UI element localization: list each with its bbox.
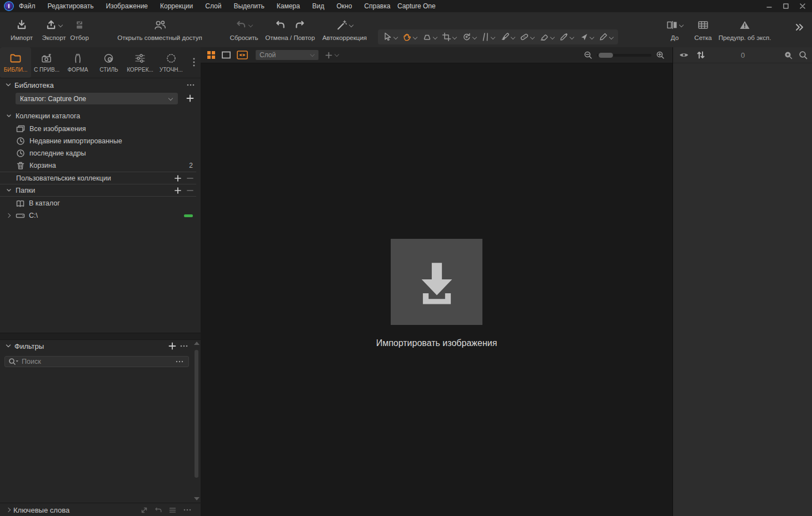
panel-resize-divider[interactable] [0,333,201,340]
menu-edit[interactable]: Редактировать [42,0,100,12]
plus-icon[interactable] [168,342,176,350]
reset-button[interactable]: Сбросить [227,17,261,41]
minimize-button[interactable] [761,0,778,12]
keywords-bar[interactable]: Ключевые слова [0,503,201,516]
plus-icon[interactable] [174,174,182,182]
tabs-overflow-kebab[interactable] [187,47,201,78]
filters-section-header[interactable]: Фильтры [0,340,201,352]
chevron-right-icon[interactable] [6,508,11,512]
straighten-tool[interactable] [481,31,495,43]
tab-style[interactable]: СТИЛЬ [93,47,124,78]
maximize-button[interactable] [778,0,794,12]
chevron-down-icon[interactable] [511,34,515,39]
chevron-down-icon[interactable] [590,34,594,39]
zoom-in-icon[interactable] [656,51,665,59]
expand-panel-icon[interactable] [141,507,148,514]
loupe-zoom-icon[interactable] [784,51,793,60]
erase-tool[interactable] [539,31,555,43]
export-button[interactable]: Экспорт [37,17,71,41]
scroll-up-arrow[interactable] [194,342,200,345]
menu-window[interactable]: Окно [330,0,358,12]
chevron-down-icon[interactable] [433,34,437,39]
scroll-down-arrow[interactable] [194,497,200,500]
tab-library[interactable]: БИБЛИ... [0,47,31,78]
collection-trash[interactable]: Корзина 2 [0,159,201,172]
brush-tool[interactable] [500,31,515,43]
chevron-right-icon[interactable] [6,213,11,218]
list-menu-icon[interactable] [169,507,176,513]
toolbar-overflow-button[interactable] [794,22,805,32]
chevron-down-icon[interactable] [335,52,339,57]
scrollbar-thumb[interactable] [195,350,198,478]
menu-view[interactable]: Вид [306,0,331,12]
chevron-down-icon[interactable] [248,23,253,27]
menu-select[interactable]: Выделить [227,0,270,12]
loupe-tool[interactable] [422,31,437,43]
chevron-down-icon[interactable] [58,23,63,27]
draw-mask-tool[interactable] [579,31,594,43]
search-input[interactable] [19,358,175,365]
library-section-header[interactable]: Библиотека [0,79,201,91]
chevron-down-icon[interactable] [393,34,398,39]
catalog-collections-header[interactable]: Коллекции каталога [0,110,201,122]
user-collections-header[interactable]: Пользовательские коллекции [0,172,201,184]
heal-tool[interactable] [519,31,535,43]
reset-keywords-icon[interactable] [155,507,162,514]
plus-icon[interactable] [174,187,182,194]
redo-icon[interactable] [295,20,305,30]
collection-recent-imports[interactable]: Недавние импортированные [0,135,201,147]
chevron-down-icon[interactable] [472,34,477,39]
chevron-down-icon[interactable] [609,34,614,39]
crop-tool[interactable] [441,31,457,43]
search-icon[interactable] [8,358,19,365]
tab-refine[interactable]: УТОЧН... [156,47,187,78]
before-after-button[interactable]: До [659,17,691,41]
import-images-cta[interactable]: Импортировать изображения [346,239,527,348]
collection-recent-captures[interactable]: последние кадры [0,147,201,159]
close-button[interactable] [794,0,811,12]
sidebar-scrollbar[interactable] [193,340,200,516]
more-options-icon[interactable] [183,508,192,512]
catalog-selector[interactable]: Каталог: Capture One [16,93,178,104]
exposure-warning-button[interactable]: Предупр. об эксп. [717,17,773,41]
more-options-icon[interactable] [186,83,195,87]
rotate-tool[interactable] [461,31,477,43]
menu-image[interactable]: Изображение [99,0,154,12]
annotate-pen-tool[interactable] [598,31,614,43]
more-options-icon[interactable] [175,360,184,363]
add-layer-icon[interactable] [325,52,332,59]
select-tool[interactable] [382,31,398,43]
layer-selector[interactable]: Слой [256,50,318,60]
chevron-down-icon[interactable] [491,34,495,39]
add-catalog-button[interactable] [186,93,195,104]
menu-layer[interactable]: Слой [199,0,227,12]
tab-capture[interactable]: С ПРИВ... [31,47,62,78]
chevron-down-icon[interactable] [550,34,555,39]
pan-hand-tool[interactable] [402,31,417,43]
zoom-out-icon[interactable] [584,51,592,59]
chevron-down-icon[interactable] [413,34,417,39]
import-button[interactable]: Импорт [8,17,36,41]
minus-icon[interactable] [186,187,194,194]
color-picker-tool[interactable] [559,31,574,43]
menu-help[interactable]: Справка [358,0,396,12]
chevron-down-icon[interactable] [570,34,574,39]
menu-camera[interactable]: Камера [271,0,306,12]
zoom-slider[interactable] [597,54,651,57]
chevron-down-icon[interactable] [679,23,684,27]
chevron-down-icon[interactable] [349,23,353,27]
menu-file[interactable]: Файл [13,0,42,12]
folders-header[interactable]: Папки [0,184,201,197]
undo-icon[interactable] [276,20,286,30]
grid-button[interactable]: Сетка [690,17,716,41]
proof-view-eye-icon[interactable] [237,51,248,59]
collection-all-images[interactable]: Все изображения [0,123,201,135]
undo-redo-button[interactable]: Отмена / Повтор [263,17,317,41]
zoom-slider-thumb[interactable] [599,53,613,58]
multi-view-grid-icon[interactable] [207,51,216,59]
cull-button[interactable]: Отбор [67,17,92,41]
import-tile[interactable] [391,239,482,325]
chevron-down-icon[interactable] [530,34,535,39]
tab-shape[interactable]: ФОРМА [62,47,93,78]
tab-adjustments[interactable]: КОРРЕК... [124,47,156,78]
